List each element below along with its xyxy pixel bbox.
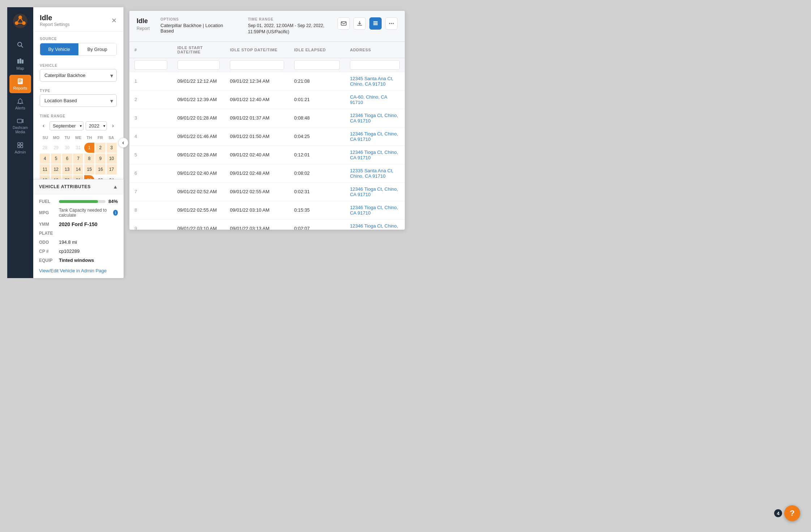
cell-address[interactable]: 12346 Tioga Ct, Chino, CA 91710 <box>345 127 405 146</box>
dow-fr: FR <box>95 134 106 141</box>
source-toggle: By Vehicle By Group <box>40 43 117 56</box>
va-equip-value: Tinted windows <box>59 258 94 263</box>
calendar-day[interactable]: 6 <box>62 153 72 164</box>
calendar-day[interactable]: 5 <box>51 153 61 164</box>
svg-rect-23 <box>373 23 378 24</box>
svg-rect-20 <box>21 146 23 148</box>
cell-address[interactable]: 12346 Tioga Ct, Chino, CA 91710 <box>345 182 405 201</box>
sidebar-item-admin[interactable]: Admin <box>9 139 31 157</box>
calendar-day[interactable]: 1 <box>84 143 94 153</box>
cell-idle-stop: 09/01/22 02:55 AM <box>225 182 289 201</box>
collapse-toggle-button[interactable]: ‹ <box>118 138 128 148</box>
email-action-button[interactable] <box>338 17 350 30</box>
calendar-day[interactable]: 7 <box>73 153 83 164</box>
help-button[interactable]: ? <box>784 505 800 521</box>
svg-rect-10 <box>20 59 21 64</box>
filter-address[interactable] <box>350 60 400 70</box>
calendar-day[interactable]: 2 <box>95 143 106 153</box>
cell-address[interactable]: 12346 Tioga Ct, Chino, CA 91710 <box>345 109 405 127</box>
settings-title: Idle <box>40 14 70 22</box>
calendar-day[interactable]: 15 <box>84 164 94 174</box>
cell-idle-elapsed: 0:15:35 <box>289 201 345 219</box>
table-row: 7 09/01/22 02:52 AM 09/01/22 02:55 AM 0:… <box>129 182 405 201</box>
calendar-day[interactable]: 12 <box>51 164 61 174</box>
fuel-bar <box>59 200 106 203</box>
sidebar-item-alerts[interactable]: Alerts <box>9 95 31 113</box>
cell-num: 4 <box>129 127 172 146</box>
cell-idle-start: 09/01/22 12:12 AM <box>172 72 225 90</box>
cell-num: 5 <box>129 146 172 164</box>
va-ymm-value: 2020 Ford F-150 <box>59 221 98 227</box>
report-table-wrapper: # IDLE STARTDATE/TIME IDLE STOP DATE/TIM… <box>129 42 405 230</box>
close-button[interactable]: ✕ <box>111 17 117 25</box>
dow-sa: SA <box>106 134 117 141</box>
calendar-day[interactable]: 9 <box>95 153 106 164</box>
vehicle-attributes-header[interactable]: VEHICLE ATTRIBUTES ▲ <box>33 180 124 194</box>
source-by-vehicle[interactable]: By Vehicle <box>40 43 78 55</box>
options-value: Caterpillar Backhoe | Location Based <box>160 23 237 34</box>
va-admin-link[interactable]: View/Edit Vehicle in Admin Page <box>39 268 107 273</box>
cell-address[interactable]: CA-60, Chino, CA 91710 <box>345 90 405 109</box>
svg-rect-11 <box>22 60 23 64</box>
calendar-day[interactable]: 31 <box>73 143 83 153</box>
cell-idle-elapsed: 0:08:48 <box>289 109 345 127</box>
calendar-next-button[interactable]: › <box>109 121 117 130</box>
download-action-button[interactable] <box>353 17 366 30</box>
vehicle-select[interactable]: Caterpillar Backhoe 2020 Ford F-150 <box>40 69 117 82</box>
va-collapse-icon: ▲ <box>113 184 118 190</box>
report-title: Idle <box>137 17 150 25</box>
calendar-day[interactable]: 16 <box>95 164 106 174</box>
va-mpg-value: Tank Capacity needed to calculate <box>59 208 111 218</box>
report-timerange-meta: TIME RANGE Sep 01, 2022, 12:00AM - Sep 2… <box>248 17 327 35</box>
calendar-day[interactable]: 10 <box>107 153 117 164</box>
mpg-info-icon[interactable]: i <box>113 210 118 216</box>
table-row: 5 09/01/22 02:28 AM 09/01/22 02:40 AM 0:… <box>129 146 405 164</box>
cell-address[interactable]: 12345 Santa Ana Ct, Chino, CA 91710 <box>345 72 405 90</box>
calendar-nav: ‹ September October 2021 2022 <box>40 121 117 130</box>
calendar-day[interactable]: 11 <box>40 164 50 174</box>
sidebar-item-map[interactable]: Map <box>9 55 31 73</box>
svg-rect-19 <box>18 146 20 148</box>
filter-num[interactable] <box>134 60 167 70</box>
cell-address[interactable]: 12346 Tioga Ct, Chino, CA 91710 <box>345 219 405 230</box>
calendar-day[interactable]: 28 <box>40 143 50 153</box>
report-table: # IDLE STARTDATE/TIME IDLE STOP DATE/TIM… <box>129 42 405 230</box>
filter-idle-start[interactable] <box>177 60 220 70</box>
calendar-month-select[interactable]: September October <box>50 121 83 130</box>
sidebar-label-admin: Admin <box>14 150 26 154</box>
cell-address[interactable]: 12346 Tioga Ct, Chino, CA 91710 <box>345 201 405 219</box>
calendar-year-select[interactable]: 2021 2022 <box>86 121 107 130</box>
calendar-day[interactable]: 17 <box>107 164 117 174</box>
more-options-button[interactable] <box>385 17 398 30</box>
calendar-day[interactable]: 3 <box>107 143 117 153</box>
cell-address[interactable]: 12346 Tioga Ct, Chino, CA 91710 <box>345 146 405 164</box>
calendar-day[interactable]: 14 <box>73 164 83 174</box>
dow-we: WE <box>73 134 83 141</box>
type-field-label: TYPE <box>33 85 123 94</box>
sidebar-item-reports[interactable]: Reports <box>9 75 31 93</box>
svg-rect-17 <box>18 143 20 145</box>
cell-idle-elapsed: 0:01:21 <box>289 90 345 109</box>
svg-rect-18 <box>21 143 23 145</box>
source-by-group[interactable]: By Group <box>78 43 117 55</box>
svg-point-25 <box>389 23 390 24</box>
va-odo-label: ODO <box>39 240 59 245</box>
svg-rect-21 <box>341 22 346 25</box>
calendar-prev-button[interactable]: ‹ <box>40 121 47 130</box>
calendar-day[interactable]: 30 <box>62 143 72 153</box>
filter-idle-elapsed[interactable] <box>294 60 340 70</box>
search-button[interactable] <box>13 38 27 52</box>
report-header: Idle Report OPTIONS Caterpillar Backhoe … <box>129 11 405 42</box>
table-view-button[interactable] <box>369 17 382 30</box>
calendar-day[interactable]: 13 <box>62 164 72 174</box>
calendar-day[interactable]: 29 <box>51 143 61 153</box>
va-title: VEHICLE ATTRIBUTES <box>39 184 91 189</box>
cell-num: 9 <box>129 219 172 230</box>
sidebar-item-dashcam[interactable]: Dashcam Media <box>9 114 31 137</box>
filter-idle-stop[interactable] <box>230 60 284 70</box>
type-select[interactable]: Location Based Duration Based <box>40 94 117 107</box>
calendar-day[interactable]: 4 <box>40 153 50 164</box>
source-label: SOURCE <box>33 32 123 43</box>
calendar-day[interactable]: 8 <box>84 153 94 164</box>
cell-address[interactable]: 12335 Santa Ana Ct, Chino, CA 91710 <box>345 164 405 182</box>
